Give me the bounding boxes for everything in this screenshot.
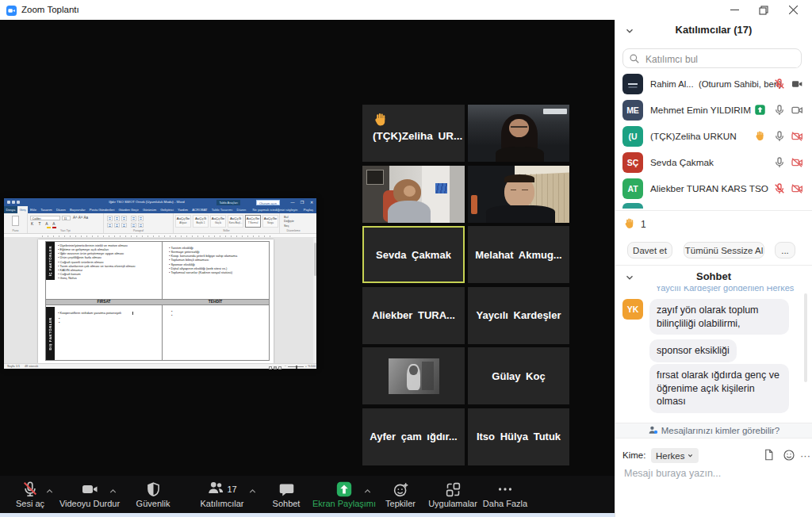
video-tile-itso[interactable]: Itso Hülya Tutuk (468, 408, 569, 465)
view-web-icon[interactable] (278, 366, 282, 370)
word-scrollbar[interactable] (313, 238, 316, 363)
search-input[interactable] (644, 51, 798, 67)
file-attach-icon[interactable] (763, 449, 776, 462)
participant-row-aliekber[interactable]: AT Aliekber TURAN KARS TSO (615, 177, 812, 201)
mute-all-button[interactable]: Tümünü Sessize Al (684, 242, 764, 258)
chat-more-icon[interactable]: ··· (800, 449, 812, 462)
sort-icon[interactable] (138, 216, 144, 221)
tile-name-label: Itso Hülya Tutuk (477, 431, 561, 442)
word-tab-gelistirici[interactable]: Geliştirici (159, 206, 176, 213)
more-ellipsis-icon (473, 481, 537, 498)
word-count[interactable]: 48 sözcük (25, 364, 38, 369)
mic-muted-icon (773, 182, 786, 195)
security-button[interactable]: Güvenlik (121, 481, 185, 508)
close-button[interactable] (779, 0, 806, 20)
multilevel-icon[interactable] (121, 216, 127, 221)
participant-row-rahim[interactable]: Rahim Al... (Oturum Sahibi, ben) (615, 72, 812, 96)
style-box-0[interactable]: AaÇçĞeAltyazı (175, 215, 191, 228)
video-tile-ayfer[interactable]: Ayfer çam ığdır... (362, 408, 465, 465)
font-grow-shrink-icons[interactable]: A˄ A˅ Aa (73, 216, 88, 220)
word-tab-yardim[interactable]: Yardım (175, 206, 190, 213)
indent-icons[interactable] (131, 216, 136, 221)
more-button[interactable]: Daha Fazla (473, 481, 537, 508)
restore-button[interactable] (750, 0, 777, 20)
chat-scrollbar[interactable] (804, 293, 807, 382)
video-tile-melahat[interactable]: Melahat Akmug... (468, 226, 569, 283)
word-close-icon[interactable]: ✕ (307, 198, 316, 206)
video-tile-camera-2[interactable] (362, 166, 465, 223)
participant-row-sevda[interactable]: SÇ Sevda Çakmak (615, 151, 812, 174)
avatar: AT (622, 178, 643, 199)
video-tile-gulay[interactable]: Gülay Koç (468, 347, 569, 404)
word-restore-icon[interactable]: ❐ (297, 198, 307, 206)
view-read-icon[interactable] (269, 366, 272, 370)
message-input[interactable] (622, 465, 800, 481)
word-tab-tasarim[interactable]: Tasarım (39, 206, 55, 213)
to-selector[interactable]: Herkes (651, 448, 699, 463)
video-options-chevron-icon[interactable] (108, 485, 118, 496)
participant-row-zeliha[interactable]: (U (TÇK)Zeliha URKUN (615, 124, 812, 148)
style-box-4-selected[interactable]: AaÇçĞeT Normal (245, 215, 261, 228)
video-tile-photo-avatar[interactable] (362, 347, 465, 404)
style-box-3[interactable]: AaÇçĞKonu Başl... (228, 215, 243, 228)
video-tile-camera-1[interactable] (468, 105, 569, 162)
word-tab-tablo-tasarimi[interactable]: Tablo Tasarımı (209, 206, 235, 213)
camera-on-icon (791, 78, 803, 90)
font-size-box[interactable]: 11 (62, 216, 71, 220)
word-signin-button[interactable]: Oturum açın (256, 200, 280, 205)
video-tile-camera-3[interactable] (468, 166, 569, 223)
view-print-icon[interactable] (274, 366, 277, 370)
chat-message: zayıf yön olarak toplum bilinçliliği ola… (649, 299, 789, 335)
word-tab-basvurular[interactable]: Başvurular (67, 206, 87, 213)
page-indicator[interactable]: Sayfa 1/1 (7, 364, 20, 369)
style-box-5[interactable]: AaÇçĞeVurgu (262, 215, 278, 228)
word-ribbon: Pano Calibri 11 A˄ A˅ Aa K T A A Yazı Ti… (4, 213, 316, 234)
video-tile-yaycili[interactable]: Yaycılı Kardeşler (468, 287, 569, 344)
select-button[interactable]: Seç (284, 224, 289, 228)
participant-search-box[interactable] (622, 48, 802, 68)
word-tab-dosya[interactable]: Dosya (4, 206, 17, 213)
invite-button[interactable]: Davet et (627, 242, 672, 258)
numbering-icon[interactable] (114, 216, 120, 221)
replace-button[interactable]: Değiştir (284, 220, 294, 223)
word-tab-duzen[interactable]: Düzen (54, 206, 67, 213)
raised-hand-icon (623, 217, 636, 230)
word-tab-gozden-gecir[interactable]: Gözden Geçir (117, 206, 140, 213)
align-left-icon[interactable] (107, 223, 113, 228)
video-tile-aliekber[interactable]: Aliekber TURA... (362, 287, 465, 344)
font-name-box[interactable]: Calibri (30, 216, 60, 220)
style-box-2[interactable]: AaÇçĞeGüçlü (210, 215, 226, 228)
word-tab-giris[interactable]: Giriş (17, 206, 29, 213)
mic-on-icon (773, 104, 786, 117)
shading-icon[interactable] (138, 223, 144, 228)
word-share-button[interactable]: Paylaş (301, 206, 316, 213)
zoom-slider-handle[interactable] (296, 366, 297, 369)
style-box-1[interactable]: AaÇçĞBaşlık 1 (193, 215, 209, 228)
paste-icon[interactable] (12, 216, 19, 226)
video-tile-zeliha[interactable]: (TÇK)Zeliha UR... (362, 105, 465, 162)
word-tab-posta[interactable]: Posta Gönderileri (87, 206, 117, 213)
align-center-icon[interactable] (114, 223, 120, 228)
bold-italic-underline-icons[interactable]: K T A A (31, 222, 57, 226)
participant-row-mehmet[interactable]: ME Mehmet Emin YILDIRIM (615, 98, 812, 122)
word-minimize-icon[interactable]: — (288, 198, 297, 206)
chat-message: fırsat olarak ığdırda genç ve öğrenime a… (649, 364, 789, 413)
word-tab-ekle[interactable]: Ekle (28, 206, 38, 213)
video-tile-sevda-active-speaker[interactable]: Sevda Çakmak (362, 226, 465, 283)
line-spacing-icon[interactable] (131, 223, 136, 228)
word-tab-acrobat[interactable]: ACROBAT (190, 206, 210, 213)
word-tab-tablo-duzen[interactable]: Düzen (235, 206, 248, 213)
audio-options-chevron-icon[interactable] (44, 485, 55, 496)
align-right-icon[interactable] (121, 223, 127, 228)
emoji-icon[interactable] (783, 449, 796, 462)
bullets-icon[interactable] (107, 216, 113, 221)
minimize-button[interactable] (721, 0, 748, 20)
word-tellme[interactable]: Ne yapmak istediğinizi söyleyin (251, 206, 300, 213)
chat-privacy-bar[interactable]: Mesajlarınızı kimler görebilir? (615, 423, 812, 438)
find-button[interactable]: Bul (284, 216, 289, 219)
word-redo-icon (17, 201, 20, 204)
participants-more-button[interactable]: ... (775, 242, 795, 258)
word-tab-gorunum[interactable]: Görünüm (140, 206, 158, 213)
zoom-percent[interactable]: %100 (308, 364, 316, 369)
word-status-bar: Sayfa 1/1 48 sözcük − + %100 (4, 363, 316, 369)
